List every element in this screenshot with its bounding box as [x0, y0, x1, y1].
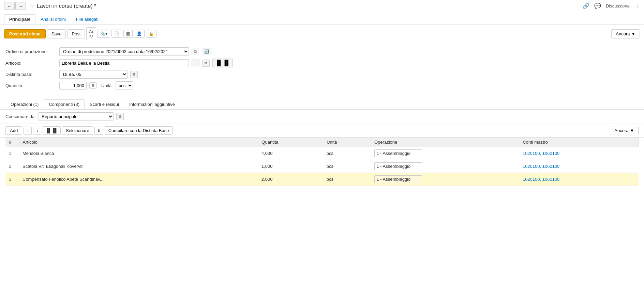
download-icon: ⬇: [97, 128, 101, 133]
tab-analisi-ordini[interactable]: Analisi ordini: [35, 14, 71, 24]
discussione-label[interactable]: Discussione: [606, 3, 630, 9]
ordine-extra-button[interactable]: 🔄: [202, 48, 211, 55]
consumare-copy-button[interactable]: ⧉: [116, 113, 124, 120]
cell-num: 2: [5, 160, 19, 173]
list-toolbar: Add ↑ ↓ ▐▌▐▌ Selezionare ⬇ Compilare con…: [0, 124, 644, 138]
nav-back-button[interactable]: ←: [4, 2, 15, 10]
lock-icon-button[interactable]: 🔒: [146, 30, 156, 38]
sub-tab-informazioni[interactable]: Informazioni aggiuntive: [124, 99, 180, 109]
cell-operazione[interactable]: 1 - Assemblaggio: [371, 160, 519, 173]
grid-icon: ▦: [126, 31, 130, 36]
distinta-row: Distinta base: Di.Ba. 05 ⧉: [5, 70, 639, 79]
cell-quantita: 1,000: [258, 160, 323, 173]
refresh-icon: 🔄: [204, 49, 209, 53]
table-area: # Articolo Quantità Unità Operazione Con…: [0, 138, 644, 186]
cell-num: 1: [5, 147, 19, 160]
quantita-calc-button[interactable]: ⊞: [89, 82, 96, 89]
favorite-icon[interactable]: ☆: [29, 3, 34, 9]
barcode-button[interactable]: ▐▌▐▌: [212, 59, 233, 67]
col-unita: Unità: [323, 138, 371, 147]
col-operazione: Operazione: [371, 138, 519, 147]
barcode-list-button[interactable]: ▐▌▐▌: [43, 126, 61, 135]
add-button[interactable]: Add: [5, 126, 22, 135]
post-and-close-button[interactable]: Post and close: [4, 29, 46, 38]
tab-principale[interactable]: Principale: [4, 14, 35, 24]
distinta-select[interactable]: Di.Ba. 05: [59, 70, 128, 79]
form-area: Ordine di produzione: Ordine di produzio…: [0, 43, 644, 97]
articolo-dots-button[interactable]: ...: [192, 60, 199, 66]
cell-articolo: Scatola Viti Esagonali Kovervit: [19, 160, 258, 173]
save-button[interactable]: Save: [47, 29, 66, 38]
tab-file-allegati[interactable]: File allegati: [71, 14, 104, 24]
distinta-copy-button[interactable]: ⧉: [130, 71, 138, 78]
nav-forward-button[interactable]: →: [15, 2, 26, 10]
articolo-input[interactable]: [59, 59, 189, 67]
page-title: Lavori in corso (create) *: [37, 3, 583, 9]
ordine-copy-button[interactable]: ⧉: [192, 48, 199, 55]
main-tab-bar: Principale Analisi ordini File allegati: [0, 12, 644, 25]
table-row[interactable]: 2Scatola Viti Esagonali Kovervit1,000pcs…: [5, 160, 639, 173]
nav-buttons: ← →: [4, 2, 26, 10]
more-options-icon[interactable]: ⋮: [634, 3, 640, 9]
sub-tab-componenti[interactable]: Componenti (3): [44, 99, 85, 109]
barcode-icon: ▐▌▐▌: [215, 60, 230, 66]
down-button[interactable]: ↓: [33, 127, 41, 135]
up-button[interactable]: ↑: [24, 127, 32, 135]
ancora-button-list[interactable]: Ancora ▼: [610, 126, 639, 135]
consumare-select[interactable]: Reparto principale: [39, 112, 114, 121]
cell-conti[interactable]: 1020100, 1060100: [519, 160, 639, 173]
calc-icon: ⊞: [91, 83, 94, 87]
ancora-button-toolbar[interactable]: Ancora ▼: [611, 29, 640, 38]
articolo-copy-button[interactable]: ⧉: [202, 60, 210, 67]
unita-label: Unità:: [101, 83, 113, 88]
cell-conti[interactable]: 1020100, 1060100: [519, 147, 639, 160]
compila-button[interactable]: Compilare con la Distinta Base: [105, 126, 173, 135]
lock-icon: 🔒: [149, 31, 154, 36]
quantita-label: Quantità:: [5, 83, 57, 88]
cell-operazione[interactable]: 1 - Assemblaggio: [371, 147, 519, 160]
attachment-icon-button[interactable]: 📎▾: [98, 30, 110, 38]
articolo-label: Articolo:: [5, 61, 57, 66]
table-header-row: # Articolo Quantità Unità Operazione Con…: [5, 138, 639, 147]
col-conti: Conti mastro: [519, 138, 639, 147]
link-icon[interactable]: 🔗: [583, 3, 589, 9]
main-toolbar: Post and close Save Post AтKr 📎▾ 📄 ▦ 👤 🔒…: [0, 25, 644, 43]
cell-conti[interactable]: 1020100, 1060100: [519, 173, 639, 186]
sub-tab-operazioni[interactable]: Operazioni (1): [5, 99, 44, 109]
sub-tab-bar: Operazioni (1) Componenti (3) Scarti e r…: [0, 97, 644, 110]
table-row[interactable]: 1Mensola Bianca4,000pcs1 - Assemblaggio1…: [5, 147, 639, 160]
consumare-label: Consumare da:: [5, 114, 36, 119]
cell-unita: pcs: [323, 160, 371, 173]
table-row[interactable]: 3Compensato Fenolico Abete Scandinav...2…: [5, 173, 639, 186]
post-button[interactable]: Post: [67, 29, 85, 38]
consumare-row: Consumare da: Reparto principale ⧉: [0, 110, 644, 124]
selezionare-button[interactable]: Selezionare: [62, 126, 93, 135]
col-articolo: Articolo: [19, 138, 258, 147]
cell-quantita: 4,000: [258, 147, 323, 160]
components-table: # Articolo Quantità Unità Operazione Con…: [5, 138, 639, 186]
cell-operazione[interactable]: 1 - Assemblaggio: [371, 173, 519, 186]
copy-icon-button[interactable]: 📄: [111, 30, 122, 38]
grid-icon-button[interactable]: ▦: [123, 30, 133, 38]
unita-select[interactable]: pcs: [116, 81, 133, 90]
user-icon-button[interactable]: 👤: [134, 30, 145, 38]
top-bar: ← → ☆ Lavori in corso (create) * 🔗 💬 Dis…: [0, 0, 644, 12]
cell-num: 3: [5, 173, 19, 186]
quantita-row: Quantità: ⊞ Unità: pcs: [5, 81, 639, 90]
download-button[interactable]: ⬇: [94, 127, 103, 135]
distinta-label: Distinta base:: [5, 72, 57, 77]
comment-icon[interactable]: 💬: [594, 3, 601, 9]
barcode-list-icon: ▐▌▐▌: [45, 128, 58, 133]
ordine-label: Ordine di produzione:: [5, 49, 57, 54]
sub-tab-scarti[interactable]: Scarti e residui: [85, 99, 124, 109]
user-icon: 👤: [137, 31, 142, 36]
translate-icon-button[interactable]: AтKr: [86, 27, 96, 40]
cell-unita: pcs: [323, 173, 371, 186]
top-right-actions: 🔗 💬 Discussione ⋮: [583, 3, 640, 9]
ordine-select[interactable]: Ordine di produzione 2021/0002 con data …: [59, 47, 189, 56]
cell-articolo: Compensato Fenolico Abete Scandinav...: [19, 173, 258, 186]
translate-icon: AтKr: [89, 29, 93, 38]
quantita-input[interactable]: [59, 82, 87, 90]
cell-unita: pcs: [323, 147, 371, 160]
ordine-row: Ordine di produzione: Ordine di produzio…: [5, 47, 639, 56]
